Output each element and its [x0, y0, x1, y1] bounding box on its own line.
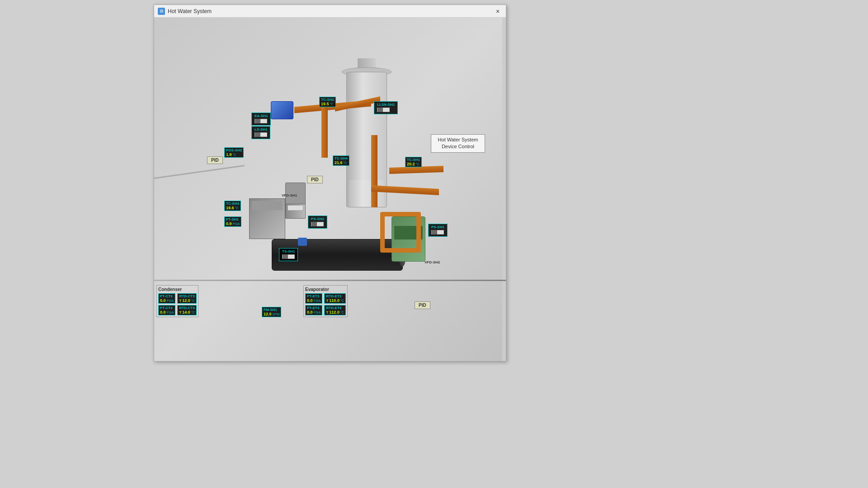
- sensor-ts-sh1[interactable]: TS-SH1: [279, 248, 298, 261]
- condenser-group: Condenser PT-CT3 0.0 PSIA RTD-CT3 T 12.0: [156, 285, 198, 317]
- sensor-pt-sh1[interactable]: PT-SH1 0.9 PSIA: [224, 216, 241, 227]
- canvas-area: TC-SH2 19.5 °C LLSN-SH1 EA-SH1 LS-SH1: [154, 18, 506, 361]
- app-icon: ⚙: [158, 8, 165, 15]
- sensor-rtd-ct3[interactable]: RTD-CT3 T 12.0 °C: [177, 293, 196, 304]
- sensor-ls-sh1[interactable]: LS-SH1: [251, 126, 270, 139]
- sensor-tc-sh4[interactable]: TC-SH4 21.6 °C: [333, 155, 349, 166]
- blue-connector: [298, 238, 307, 246]
- sensor-ea-sh1[interactable]: EA-SH1: [251, 113, 271, 126]
- device-control-panel[interactable]: Hot Water SystemDevice Control: [431, 134, 485, 153]
- sensor-tc-sh2[interactable]: TC-SH2 19.5 °C: [319, 97, 336, 107]
- evaporator-group: Evaporator PT-ET3 0.0 PSIA RTD-ET3 T 110…: [303, 285, 348, 317]
- window-title: Hot Water System: [168, 8, 493, 14]
- scrollbar[interactable]: [502, 18, 506, 361]
- sensor-llsn-sh1[interactable]: LLSN-SH1: [374, 101, 398, 114]
- vfd-sh1-label: VFD-SH1: [282, 190, 297, 198]
- sensor-pt-et3[interactable]: PT-ET3 0.0 PSIA: [305, 293, 322, 304]
- sensor-rtd-et3[interactable]: RTD-ET3 T 110.0 °C: [324, 293, 345, 304]
- close-button[interactable]: ×: [493, 7, 502, 16]
- sensor-tc-sh1[interactable]: TC-SH1 20.2 °C: [405, 157, 422, 167]
- sensor-rtd-ct4[interactable]: RTD-CT4 T 14.0 °C: [177, 305, 196, 315]
- sensor-rtd-et4[interactable]: RTD-ET4 T 112.0 °C: [324, 305, 345, 315]
- vfd-sh2-label: VFD-SH2: [425, 257, 440, 265]
- sensor-pt-ct4[interactable]: PT-CT4 0.0 PSIA: [158, 305, 175, 315]
- pid-button-3[interactable]: PID: [415, 301, 430, 309]
- sensor-pt-et4[interactable]: PT-ET4 0.0 PSIA: [305, 305, 322, 315]
- evaporator-group-label: Evaporator: [305, 287, 346, 292]
- pid-button-2[interactable]: PID: [307, 176, 323, 183]
- device-control-label: Hot Water SystemDevice Control: [438, 137, 478, 149]
- pipe-v1: [321, 103, 328, 158]
- pid-button-1[interactable]: PID: [207, 156, 223, 164]
- sensor-fm-sh1[interactable]: FM-SH1 12.0 GPM: [262, 307, 281, 317]
- vfd-sh1-device: [285, 183, 306, 219]
- pump-blue: [271, 101, 293, 119]
- sensor-pos-sh2[interactable]: POS-SH2 1.9 °C: [224, 147, 244, 158]
- condenser-group-label: Condenser: [158, 287, 197, 292]
- sensor-ps-sh2[interactable]: PS-SH2: [308, 216, 327, 229]
- sensor-tc-sh3[interactable]: TC-SH3 19.6 °C: [224, 201, 241, 211]
- pipe-v2: [371, 135, 377, 207]
- pipe-loop-right: [380, 212, 421, 253]
- sensor-pt-ct3[interactable]: PT-CT3 0.0 PSIA: [158, 293, 175, 304]
- sensor-ps-sh1[interactable]: PS-SH1: [428, 224, 448, 237]
- condenser-unit: [249, 198, 285, 239]
- main-window: ⚙ Hot Water System ×: [154, 5, 506, 361]
- title-bar: ⚙ Hot Water System ×: [154, 5, 506, 18]
